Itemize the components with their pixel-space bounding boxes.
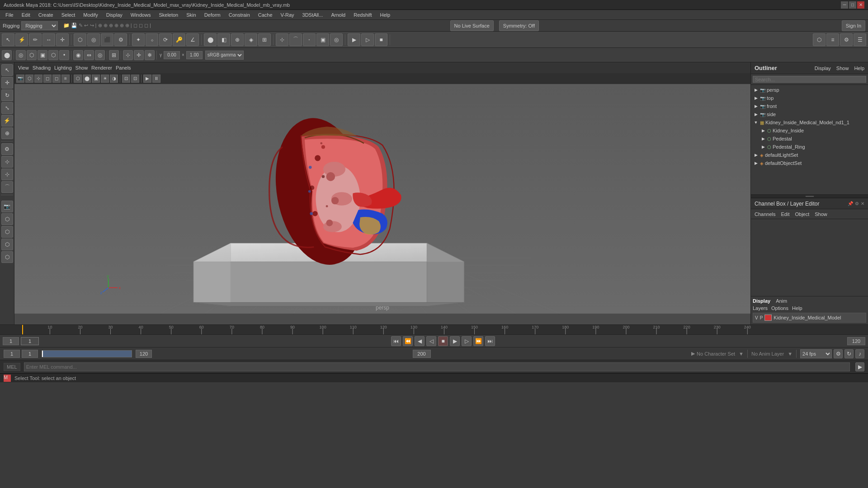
soft-mod-side-button[interactable]: ⊕ bbox=[1, 127, 13, 139]
outliner-item-light-set[interactable]: ▶ ◈ defaultLightSet bbox=[751, 151, 868, 159]
anim-layer-dropdown-icon[interactable]: ▼ bbox=[788, 351, 793, 357]
channel-box-pin-icon[interactable]: 📌 bbox=[848, 201, 853, 206]
channel-box-close-icon[interactable]: ✕ bbox=[861, 201, 864, 206]
timeline-ruler[interactable] bbox=[0, 325, 868, 335]
move-tool-button[interactable]: ✛ bbox=[56, 33, 69, 46]
maximize-button[interactable]: □ bbox=[849, 1, 856, 9]
show-manipulator-button[interactable]: ⚙ bbox=[114, 33, 127, 46]
vp-menu-panels[interactable]: Panels bbox=[116, 65, 131, 70]
step-fwd-key-button[interactable]: ⏩ bbox=[473, 336, 483, 346]
menu-3dstall[interactable]: 3DStAll... bbox=[299, 11, 327, 19]
outliner-item-kidney-group[interactable]: ▼ ▦ Kidney_Inside_Medical_Model_nd1_1 bbox=[751, 118, 868, 127]
outliner-item-side[interactable]: ▶ 📷 side bbox=[751, 110, 868, 118]
proportional-button[interactable]: ◎ bbox=[95, 50, 105, 60]
snap-grid-button[interactable]: ⊹ bbox=[1, 169, 13, 180]
edge-mode-button[interactable]: ⬡ bbox=[48, 50, 58, 60]
menu-windows[interactable]: Windows bbox=[127, 11, 155, 19]
start-frame-input[interactable]: 1 bbox=[3, 337, 19, 345]
joint-tool-button[interactable]: ✦ bbox=[132, 33, 145, 46]
menu-file[interactable]: File bbox=[2, 11, 17, 19]
bookmark1-button[interactable]: ⬡ bbox=[1, 213, 13, 225]
menu-cache[interactable]: Cache bbox=[255, 11, 276, 19]
menu-skeleton[interactable]: Skeleton bbox=[155, 11, 182, 19]
show-manip-side-button[interactable]: ⚙ bbox=[1, 143, 13, 155]
tool-settings-button[interactable]: ⚙ bbox=[840, 33, 853, 46]
outliner-search-input[interactable] bbox=[753, 76, 866, 83]
timeline-range-bar[interactable] bbox=[42, 350, 132, 357]
display-tab[interactable]: Display bbox=[753, 298, 770, 304]
soft-modification-button[interactable]: ◎ bbox=[87, 33, 100, 46]
menu-display[interactable]: Display bbox=[103, 11, 126, 19]
ipr-render-button[interactable]: ▷ bbox=[361, 33, 374, 46]
hierarchy-select-button[interactable]: ↔ bbox=[42, 33, 55, 46]
play-back-button[interactable]: ◁ bbox=[426, 336, 436, 346]
anim-end-input[interactable]: 200 bbox=[413, 350, 431, 358]
range-end-input[interactable]: 120 bbox=[136, 350, 152, 358]
menu-redshift[interactable]: Redshift bbox=[350, 11, 375, 19]
translate-button[interactable]: ✛ bbox=[1, 77, 13, 89]
outliner-item-pedestal-ring[interactable]: ▶ ⬡ Pedestal_Ring bbox=[751, 143, 868, 151]
layer-playback-toggle[interactable]: P bbox=[760, 315, 763, 320]
3d-view[interactable]: x y z persp bbox=[14, 84, 750, 314]
last-tool-button[interactable]: ⚡ bbox=[1, 115, 13, 127]
object-mode-button[interactable]: ⬡ bbox=[27, 50, 37, 60]
close-button[interactable]: ✕ bbox=[857, 1, 864, 9]
menu-deform[interactable]: Deform bbox=[201, 11, 224, 19]
vp-smooth-icon[interactable]: ⬤ bbox=[83, 75, 91, 83]
channel-box-menu-object[interactable]: Object bbox=[795, 211, 809, 218]
no-live-surface-button[interactable]: No Live Surface bbox=[450, 20, 494, 31]
go-to-end-button[interactable]: ⏭ bbox=[485, 336, 495, 346]
vp-filmgate-icon[interactable]: ◻ bbox=[43, 75, 52, 83]
outliner-item-persp[interactable]: ▶ 📷 persp bbox=[751, 86, 868, 94]
channel-box-button[interactable]: ☰ bbox=[854, 33, 866, 46]
sign-in-button[interactable]: Sign In bbox=[842, 20, 865, 31]
menu-select[interactable]: Select bbox=[58, 11, 79, 19]
universal-manipulator-button[interactable]: ⬡ bbox=[74, 33, 86, 46]
copy-skin-button[interactable]: ⊕ bbox=[231, 33, 244, 46]
set-driven-key-button[interactable]: 🔑 bbox=[173, 33, 185, 46]
rotate-button[interactable]: ↻ bbox=[1, 89, 13, 101]
stop-render-button[interactable]: ■ bbox=[375, 33, 387, 46]
menu-create[interactable]: Create bbox=[35, 11, 57, 19]
freeze-button[interactable]: ❄ bbox=[145, 50, 155, 60]
show-ui-elements-button[interactable]: ⬡ bbox=[813, 33, 826, 46]
layer-color-swatch[interactable] bbox=[764, 314, 772, 321]
vp-shadows-icon[interactable]: ◑ bbox=[110, 75, 118, 83]
snap-curve-button[interactable]: ⌒ bbox=[1, 181, 13, 193]
workspace-dropdown[interactable]: Rigging Modeling Animation Rendering bbox=[21, 21, 58, 30]
menu-skin[interactable]: Skin bbox=[183, 11, 199, 19]
channel-box-menu-edit[interactable]: Edit bbox=[781, 211, 789, 218]
audio-button[interactable]: ♪ bbox=[855, 349, 864, 358]
symmetry-off-button[interactable]: Symmetry: Off bbox=[499, 20, 539, 31]
component-mode-button[interactable]: ⬤ bbox=[2, 50, 12, 60]
anim-tab[interactable]: Anim bbox=[776, 298, 787, 304]
viewport[interactable]: View Shading Lighting Show Renderer Pane… bbox=[14, 62, 750, 324]
outliner-item-top[interactable]: ▶ 📷 top bbox=[751, 94, 868, 102]
play-forward-button[interactable]: ▶ bbox=[450, 336, 460, 346]
range-current-input[interactable] bbox=[22, 350, 38, 358]
menu-constrain[interactable]: Constrain bbox=[225, 11, 254, 19]
vp-menu-lighting[interactable]: Lighting bbox=[54, 65, 72, 70]
attribute-editor-button[interactable]: ≡ bbox=[826, 33, 839, 46]
snap-to-view-plane-button[interactable]: ▣ bbox=[316, 33, 329, 46]
bookmark4-button[interactable]: ⬡ bbox=[1, 251, 13, 263]
channel-box-settings-icon[interactable]: ⚙ bbox=[855, 201, 859, 206]
snap-to-curve-button[interactable]: ⌒ bbox=[289, 33, 302, 46]
skin-weight-button[interactable]: ⬤ bbox=[204, 33, 217, 46]
soft-select-button[interactable]: ◉ bbox=[73, 50, 83, 60]
mirror-skin-button[interactable]: ◧ bbox=[217, 33, 230, 46]
minimize-button[interactable]: ─ bbox=[841, 1, 848, 9]
layer-item[interactable]: V P Kidney_Inside_Medical_Model bbox=[753, 313, 866, 323]
channel-box-menu-show[interactable]: Show bbox=[815, 211, 827, 218]
set-preferred-angle-button[interactable]: ∠ bbox=[186, 33, 199, 46]
run-script-button[interactable]: ▶ bbox=[855, 362, 864, 371]
make-live-button[interactable]: ◎ bbox=[330, 33, 343, 46]
vp-hud-icon[interactable]: ≡ bbox=[61, 75, 70, 83]
outliner-item-kidney-inside[interactable]: ▶ ⬡ Kidney_Inside bbox=[751, 127, 868, 135]
face-mode-button[interactable]: ▣ bbox=[38, 50, 47, 60]
camera-bookmark-button[interactable]: 📷 bbox=[1, 201, 13, 212]
outliner-menu-help[interactable]: Help bbox=[854, 66, 864, 71]
vp-grid-icon[interactable]: ⊹ bbox=[34, 75, 42, 83]
paint-select-button[interactable]: ✏ bbox=[29, 33, 42, 46]
camera-mode-button[interactable]: ◎ bbox=[16, 50, 26, 60]
